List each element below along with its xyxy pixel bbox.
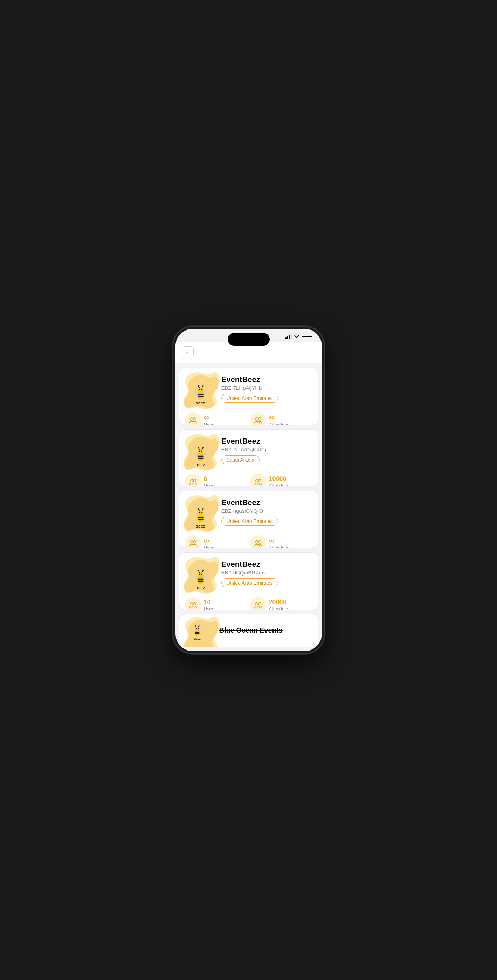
svg-point-71 [195,625,196,626]
svg-point-25 [202,447,203,448]
back-button[interactable]: ‹ [181,346,194,359]
company-name: EventBeez [221,437,313,446]
country-badge: United Arab Emirates [221,578,278,587]
card-stats: ∞ Users ∞ Attendees [179,409,318,425]
company-code: EBZ-ZenVQgKXCg [221,447,313,452]
svg-point-57 [202,570,203,571]
svg-point-52 [198,574,200,575]
svg-line-72 [198,626,199,627]
svg-point-37 [201,512,202,513]
users-stat-text: 10 Users [204,599,216,610]
users-stat-text: ∞ Users [204,536,216,548]
company-card-3[interactable]: BEEZ EventBeez EBZ-ngasiOYQrO United Ara… [179,491,318,548]
svg-point-73 [198,625,199,626]
card-info: EventBeez EBZ-ngasiOYQrO United Arab Emi… [221,497,313,526]
peek-beez-text: BEEZ [193,638,201,640]
attendees-stat: 10000 Attendees [250,474,313,487]
attendees-value: 20000 [269,599,290,606]
company-name: EventBeez [221,560,313,569]
company-code: EBZ-7LHpAljYHb [221,385,313,391]
svg-point-15 [259,418,261,420]
company-card-1[interactable]: BEEZ EventBeez EBZ-7LHpAljYHb United Ara… [179,368,318,425]
users-stat: 10 Users [185,597,247,610]
attendees-value: ∞ [269,536,290,546]
company-card-4[interactable]: BEEZ EventBeez EBZ-dCQihBRXmv United Ara… [179,552,318,610]
svg-point-60 [190,603,193,605]
users-label: Users [204,546,216,548]
peek-card[interactable]: BEEZ Blue Ocean Events [179,614,318,647]
users-label: Users [204,422,216,425]
users-icon-circle [185,474,201,487]
svg-rect-1 [197,394,203,395]
attendees-label: Attendees [269,606,290,609]
card-info: EventBeez EBZ-7LHpAljYHb United Arab Emi… [221,374,313,403]
svg-point-12 [190,418,193,420]
bee-logo: BEEZ [192,446,210,467]
beez-text: BEEZ [195,525,205,528]
svg-rect-33 [197,517,203,518]
svg-rect-17 [197,455,203,457]
svg-rect-65 [195,632,199,633]
svg-point-53 [201,574,202,575]
card-info: EventBeez EBZ-dCQihBRXmv United Arab Emi… [221,558,313,587]
attendees-icon-circle [250,474,266,487]
users-value: 6 [204,475,216,483]
company-card-2[interactable]: BEEZ EventBeez EBZ-ZenVQgKXCg Saudi Arab… [179,430,318,487]
svg-point-45 [193,541,196,543]
peek-bee-logo: BEEZ [190,624,204,640]
beez-text: BEEZ [195,586,205,590]
company-name: EventBeez [221,498,313,507]
svg-rect-34 [197,519,203,520]
svg-point-14 [255,418,258,420]
svg-rect-66 [195,633,199,635]
svg-point-5 [201,389,202,390]
svg-rect-2 [197,396,203,397]
users-label: Users [204,483,216,487]
svg-point-61 [193,603,196,605]
svg-rect-49 [197,579,203,580]
peek-company-name: Blue Ocean Events [219,626,283,635]
phone-screen: ‹ [175,329,322,651]
svg-point-30 [255,479,258,482]
svg-point-63 [259,603,261,605]
svg-point-28 [190,479,193,482]
attendees-stat-text: ∞ Attendees [269,536,290,548]
users-value: ∞ [204,536,216,546]
beez-text: BEEZ [195,402,205,405]
dynamic-island [228,333,270,345]
country-badge: United Arab Emirates [221,394,278,403]
users-stat: ∞ Users [185,412,247,425]
company-logo-area: BEEZ [185,497,216,528]
signal-icon [286,334,292,339]
card-stats: ∞ Users ∞ Attendees [179,532,318,548]
company-code: EBZ-ngasiOYQrO [221,508,313,514]
country-badge: Saudi Arabia [221,455,260,465]
users-icon-circle [185,535,201,548]
svg-point-23 [197,447,198,448]
attendees-stat: ∞ Attendees [250,412,313,425]
bee-logo: BEEZ [192,384,210,405]
peek-info: Blue Ocean Events [219,626,283,635]
svg-point-13 [193,418,196,420]
attendees-stat-text: 20000 Attendees [269,599,290,610]
peek-logo: BEEZ [185,618,210,643]
svg-point-39 [197,508,198,509]
card-stats: 6 Users 10000 Attendees [179,471,318,487]
attendees-stat: 20000 Attendees [250,597,313,610]
card-stats: 10 Users 20000 Attendees [179,594,318,610]
companies-list[interactable]: BEEZ EventBeez EBZ-7LHpAljYHb United Ara… [175,363,322,651]
svg-rect-50 [197,581,203,582]
card-top: BEEZ EventBeez EBZ-dCQihBRXmv United Ara… [179,553,318,594]
svg-point-21 [201,451,202,452]
users-icon-circle [185,412,201,425]
svg-point-31 [259,479,261,482]
back-chevron-icon: ‹ [186,350,189,356]
company-code: EBZ-dCQihBRXmv [221,570,313,576]
svg-point-36 [198,512,200,513]
svg-point-62 [255,603,258,605]
attendees-value: ∞ [269,413,290,422]
users-icon-circle [185,597,201,610]
attendees-icon-circle [250,597,266,610]
svg-point-9 [202,385,203,386]
svg-point-7 [197,385,198,386]
